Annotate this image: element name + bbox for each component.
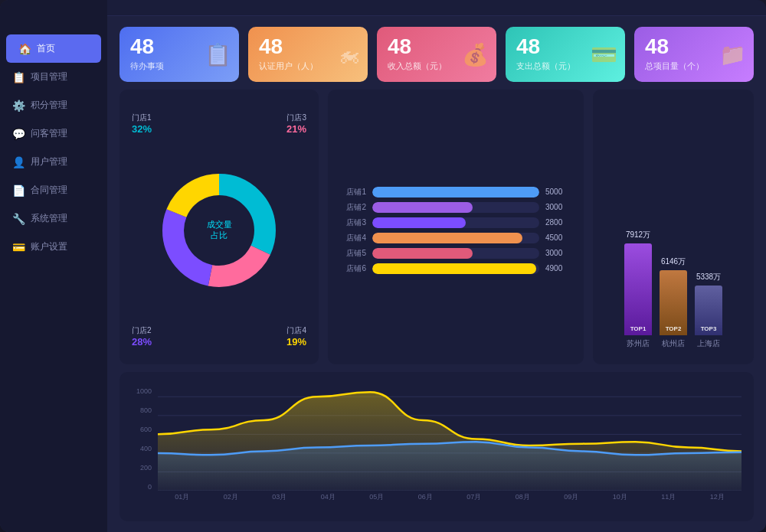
bar-track-3 <box>372 233 539 243</box>
x-label-0: 01月 <box>158 492 207 506</box>
sidebar-icon-2: ⚙️ <box>12 100 25 112</box>
bar-row-3: 店铺4 4500 <box>337 233 574 243</box>
rank-col-1: 6146万 TOP2 杭州店 <box>660 256 687 349</box>
bar-label-0: 店铺1 <box>337 187 366 197</box>
stat-icon-0: 📋 <box>205 42 231 67</box>
stat-icon-4: 📁 <box>719 42 746 67</box>
bar-label-4: 店铺5 <box>337 248 366 259</box>
sidebar-icon-4: 👤 <box>12 156 25 168</box>
sidebar-item-1[interactable]: 📋 项目管理 <box>0 63 107 91</box>
donut-label-store3-pct: 21% <box>286 123 306 135</box>
bottom-panel: 10008006004002000 01月02月03月04月05月06月07月0… <box>119 372 754 521</box>
sidebar-item-0[interactable]: 🏠 首页 <box>6 34 101 63</box>
sidebar-item-3[interactable]: 💬 问客管理 <box>0 119 107 148</box>
line-chart-svg <box>158 387 741 491</box>
sidebar: 🏠 首页📋 项目管理⚙️ 积分管理💬 问客管理👤 用户管理📄 合同管理🔧 系统管… <box>0 0 107 532</box>
bar-value-5: 4900 <box>545 264 574 273</box>
bar-row-1: 店铺2 3000 <box>337 202 574 213</box>
bar-label-5: 店铺6 <box>337 263 366 274</box>
bar-row-0: 店铺1 5000 <box>337 187 574 197</box>
sidebar-label-1: 项目管理 <box>31 70 67 83</box>
donut-label-store2-pct: 28% <box>132 336 152 348</box>
sidebar-label-0: 首页 <box>37 42 55 55</box>
sidebar-icon-1: 📋 <box>12 71 25 83</box>
bar-fill-4 <box>372 248 473 259</box>
stat-icon-3: 💳 <box>591 42 617 67</box>
rank-bar-1: TOP2 <box>660 270 687 335</box>
donut-panel: 成交量 占比 门店1 32% 门店3 21% <box>119 90 319 364</box>
bar-label-3: 店铺4 <box>337 233 366 243</box>
bar-panel: 店铺1 5000 店铺2 3000 店铺3 2800 店铺4 4500 店铺5 … <box>328 90 584 364</box>
line-chart-container: 10008006004002000 01月02月03月04月05月06月07月0… <box>132 387 741 506</box>
rank-store-0: 苏州店 <box>627 338 650 349</box>
rank-panel: 7912万 TOP1 苏州店 6146万 TOP2 杭州店 5338万 TOP3… <box>593 90 754 364</box>
x-label-11: 12月 <box>693 492 742 506</box>
bar-value-4: 3000 <box>545 249 574 257</box>
sidebar-icon-5: 📄 <box>12 184 25 197</box>
x-label-9: 10月 <box>596 492 645 506</box>
stat-card-0: 48 待办事项 📋 <box>119 27 239 82</box>
sidebar-item-5[interactable]: 📄 合同管理 <box>0 176 107 204</box>
donut-label-store4-pct: 19% <box>286 336 306 348</box>
stat-icon-1: 🏍 <box>339 42 360 67</box>
bar-label-2: 店铺3 <box>337 217 366 228</box>
rank-value-0: 7912万 <box>626 230 650 240</box>
stat-icon-2: 💰 <box>462 42 489 67</box>
rank-badge-2: TOP3 <box>701 325 717 332</box>
sidebar-icon-7: 💳 <box>12 241 25 253</box>
rank-bar-0: TOP1 <box>624 243 652 335</box>
bar-fill-0 <box>372 187 539 197</box>
rank-chart-area: 7912万 TOP1 苏州店 6146万 TOP2 杭州店 5338万 TOP3… <box>602 105 745 355</box>
y-label-3: 400 <box>140 445 152 452</box>
stat-card-3: 48 支出总额（元） 💳 <box>506 27 625 82</box>
bar-track-5 <box>372 263 539 274</box>
bar-value-1: 3000 <box>545 203 574 211</box>
y-label-1: 800 <box>140 406 152 414</box>
x-label-7: 08月 <box>499 492 548 506</box>
y-label-5: 0 <box>148 483 152 491</box>
rank-store-2: 上海店 <box>697 338 720 349</box>
donut-label-store3-name: 门店3 <box>286 113 306 123</box>
rank-bars: 7912万 TOP1 苏州店 6146万 TOP2 杭州店 5338万 TOP3… <box>624 230 722 355</box>
main-content: 48 待办事项 📋 48 认证用户（人） 🏍 48 收入总额（元） 💰 48 支… <box>107 0 766 532</box>
donut-chart-area: 成交量 占比 门店1 32% 门店3 21% <box>129 105 309 355</box>
logo <box>0 15 107 34</box>
bar-label-1: 店铺2 <box>337 202 366 213</box>
x-label-2: 03月 <box>255 492 304 506</box>
header <box>107 0 766 16</box>
dashboard: 🏠 首页📋 项目管理⚙️ 积分管理💬 问客管理👤 用户管理📄 合同管理🔧 系统管… <box>0 0 766 532</box>
bar-fill-3 <box>372 233 522 243</box>
sidebar-label-7: 账户设置 <box>31 240 67 253</box>
rank-value-1: 6146万 <box>661 256 686 267</box>
sidebar-icon-6: 🔧 <box>12 213 25 225</box>
donut-label-store2-name: 门店2 <box>132 325 152 336</box>
y-label-0: 1000 <box>136 387 152 395</box>
bar-chart-area: 店铺1 5000 店铺2 3000 店铺3 2800 店铺4 4500 店铺5 … <box>337 105 574 355</box>
bar-value-0: 5000 <box>545 188 574 196</box>
bar-row-2: 店铺3 2800 <box>337 217 574 228</box>
sidebar-item-4[interactable]: 👤 用户管理 <box>0 148 107 176</box>
sidebar-item-2[interactable]: ⚙️ 积分管理 <box>0 91 107 119</box>
sidebar-label-5: 合同管理 <box>31 184 67 197</box>
x-label-5: 06月 <box>401 492 450 506</box>
sidebar-item-7[interactable]: 💳 账户设置 <box>0 233 107 261</box>
rank-badge-0: TOP1 <box>630 325 647 332</box>
y-label-4: 200 <box>140 464 152 472</box>
rank-col-2: 5338万 TOP3 上海店 <box>695 272 722 349</box>
x-axis: 01月02月03月04月05月06月07月08月09月10月11月12月 <box>158 492 741 506</box>
rank-bar-2: TOP3 <box>695 286 722 335</box>
middle-row: 成交量 占比 门店1 32% 门店3 21% <box>107 90 766 372</box>
x-label-4: 05月 <box>352 492 401 506</box>
stat-card-4: 48 总项目量（个） 📁 <box>634 27 754 82</box>
donut-label-store1-name: 门店1 <box>132 113 152 123</box>
bar-track-2 <box>372 217 539 228</box>
x-label-3: 04月 <box>304 492 353 506</box>
sidebar-label-4: 用户管理 <box>31 155 67 168</box>
sidebar-item-6[interactable]: 🔧 系统管理 <box>0 204 107 233</box>
rank-col-0: 7912万 TOP1 苏州店 <box>624 230 652 349</box>
stat-cards-row: 48 待办事项 📋 48 认证用户（人） 🏍 48 收入总额（元） 💰 48 支… <box>107 16 766 90</box>
bar-track-1 <box>372 202 539 213</box>
x-label-6: 07月 <box>450 492 499 506</box>
sidebar-label-2: 积分管理 <box>31 99 67 112</box>
bar-track-0 <box>372 187 539 197</box>
